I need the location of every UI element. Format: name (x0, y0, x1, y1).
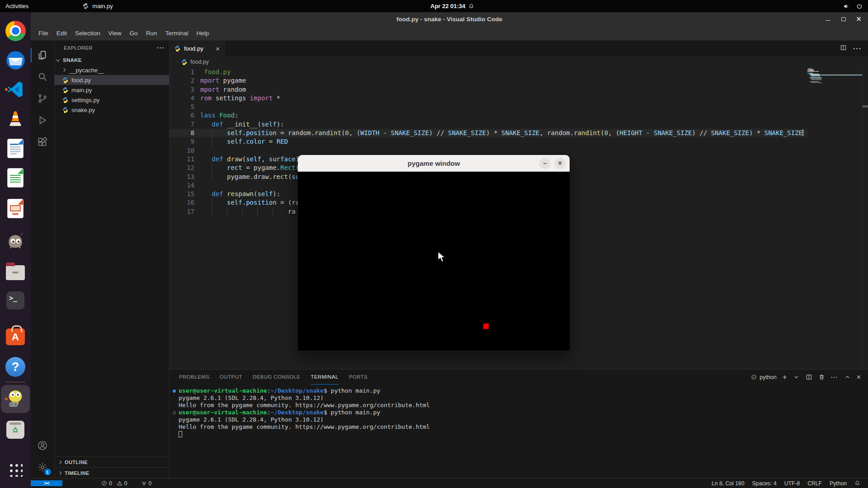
code-line-2[interactable]: 2mport pygame (170, 76, 807, 85)
activity-extensions-icon[interactable] (31, 131, 55, 153)
kill-terminal-icon[interactable] (818, 374, 825, 380)
vscode-titlebar[interactable]: food.py - snake - Visual Studio Code × (31, 12, 868, 26)
maximize-panel-icon[interactable] (844, 374, 851, 380)
code-line-3[interactable]: 3mport random (170, 85, 807, 94)
menu-selection[interactable]: Selection (71, 28, 104, 38)
close-button[interactable]: × (856, 16, 862, 22)
panel-tab-debug-console[interactable]: DEBUG CONSOLE (253, 370, 301, 385)
activity-source-control-icon[interactable] (31, 88, 55, 109)
tree-item-snake-py[interactable]: snake.py (55, 105, 169, 115)
code-line-9[interactable]: 9 self.color = RED (170, 137, 807, 146)
focused-app-button[interactable]: main.py (77, 0, 118, 12)
dock-item-gimp[interactable] (4, 230, 27, 252)
breadcrumb[interactable]: food.py (170, 56, 868, 67)
tab-food-py[interactable]: food.py × (170, 41, 225, 56)
activity-explorer-icon[interactable] (31, 44, 55, 66)
system-tray[interactable] (843, 0, 865, 12)
minimap[interactable] (807, 68, 862, 84)
activity-search-icon[interactable] (31, 66, 55, 88)
timeline-section[interactable]: TIMELINE (55, 467, 169, 478)
project-root-snake[interactable]: SNAKE (55, 55, 169, 65)
editor-scrollbar[interactable] (862, 67, 868, 369)
ports-status[interactable]: 0 (141, 480, 152, 487)
menu-edit[interactable]: Edit (52, 28, 71, 38)
menu-terminal[interactable]: Terminal (161, 28, 192, 38)
terminal-dropdown-icon[interactable] (793, 374, 800, 380)
menu-run[interactable]: Run (142, 28, 161, 38)
editor-tabbar: food.py × ··· (170, 41, 868, 56)
dock-item-files[interactable] (4, 260, 27, 282)
tree-item--pycache-[interactable]: __pycache__ (55, 65, 169, 75)
dock-item-lo-calc[interactable] (4, 166, 27, 189)
eol-sequence[interactable]: CRLF (807, 480, 822, 487)
menu-view[interactable]: View (104, 28, 126, 38)
explorer-more-actions-icon[interactable]: ··· (157, 44, 165, 52)
terminal-line: pygame 2.6.1 (SDL 2.28.4, Python 3.10.12… (170, 394, 868, 402)
explorer-header: EXPLORER (64, 45, 93, 51)
outline-section[interactable]: OUTLINE (55, 456, 169, 467)
dock-item-vlc[interactable] (4, 108, 27, 130)
clock-button[interactable]: Apr 22 01:34 (430, 0, 474, 12)
dock-item-terminal[interactable]: >_ (4, 289, 27, 312)
terminal-region[interactable]: user@user-virtual-machine:~/Desktop/snak… (170, 385, 868, 478)
code-line-6[interactable]: 6lass Food: (170, 111, 807, 120)
pygame-titlebar[interactable]: pygame window – × (298, 155, 570, 172)
activity-run-debug-icon[interactable] (31, 109, 55, 131)
tree-item-food-py[interactable]: food.py (55, 75, 169, 85)
tab-close-icon[interactable]: × (216, 45, 220, 52)
notifications-bell-icon[interactable] (854, 480, 860, 486)
indentation[interactable]: Spaces: 4 (752, 480, 776, 487)
panel-tab-output[interactable]: OUTPUT (220, 370, 242, 385)
panel-tab-terminal[interactable]: TERMINAL (311, 370, 338, 385)
dock-item-show-apps[interactable] (4, 458, 27, 481)
panel-more-actions-icon[interactable]: ··· (831, 374, 838, 380)
activities-button[interactable]: Activities (0, 0, 34, 12)
split-editor-icon[interactable] (840, 44, 847, 53)
pygame-minimize-button[interactable]: – (539, 158, 551, 169)
maximize-button[interactable] (840, 16, 846, 22)
pygame-window[interactable]: pygame window – × (298, 155, 570, 351)
code-line-10[interactable]: 10 (170, 146, 807, 155)
dock-item-thunderbird[interactable] (4, 49, 27, 71)
menu-help[interactable]: Help (192, 28, 213, 38)
remote-indicator[interactable]: >< (31, 480, 62, 486)
code-line-8[interactable]: 8 self.position = random.randint(0, (WID… (170, 129, 807, 137)
settings-badge: 1 (44, 469, 51, 475)
dock-item-trash[interactable] (4, 418, 27, 441)
problems-status[interactable]: 0 0 (101, 480, 127, 487)
pygame-close-button[interactable]: × (554, 158, 566, 169)
errors-icon (101, 480, 107, 486)
minimize-button[interactable] (825, 16, 831, 22)
dock-item-lo-impress[interactable] (4, 197, 27, 220)
code-line-1[interactable]: 1 food.py (170, 68, 807, 76)
terminal-line: user@user-virtual-machine:~/Desktop/snak… (170, 387, 868, 394)
snake-food-square (483, 324, 489, 329)
dock-item-pygame-app[interactable] (4, 388, 27, 410)
tree-item-main-py[interactable]: main.py (55, 85, 169, 95)
cursor-position[interactable]: Ln 8, Col 160 (712, 480, 745, 487)
code-line-5[interactable]: 5 (170, 103, 807, 111)
terminal-shell-label[interactable]: python (751, 374, 777, 380)
pygame-canvas[interactable] (298, 172, 570, 351)
dock-item-vscode[interactable] (4, 78, 27, 101)
tree-item-settings-py[interactable]: settings.py (55, 95, 169, 105)
activity-account-icon[interactable] (31, 435, 55, 456)
panel-tab-problems[interactable]: PROBLEMS (179, 370, 209, 385)
language-mode[interactable]: Python (830, 480, 847, 487)
dock-item-lo-writer[interactable] (4, 137, 27, 160)
dock-item-chrome[interactable] (4, 19, 27, 42)
menu-file[interactable]: File (34, 28, 52, 38)
code-line-7[interactable]: 7 def __init__(self): (170, 120, 807, 129)
new-terminal-icon[interactable]: + (783, 373, 787, 382)
panel-tab-ports[interactable]: PORTS (349, 370, 368, 385)
editor-more-actions-icon[interactable]: ··· (853, 45, 862, 53)
split-terminal-icon[interactable] (806, 374, 812, 380)
encoding[interactable]: UTF-8 (784, 480, 800, 487)
terminal-line: user@user-virtual-machine:~/Desktop/snak… (170, 409, 868, 416)
activity-settings-icon[interactable]: 1 (31, 456, 55, 478)
dock-item-help[interactable]: ? (4, 356, 27, 378)
dock-item-ubuntu-software[interactable]: A (4, 324, 27, 347)
menu-go[interactable]: Go (126, 28, 142, 38)
code-line-4[interactable]: 4rom settings import * (170, 94, 807, 103)
close-panel-icon[interactable]: × (857, 373, 861, 381)
